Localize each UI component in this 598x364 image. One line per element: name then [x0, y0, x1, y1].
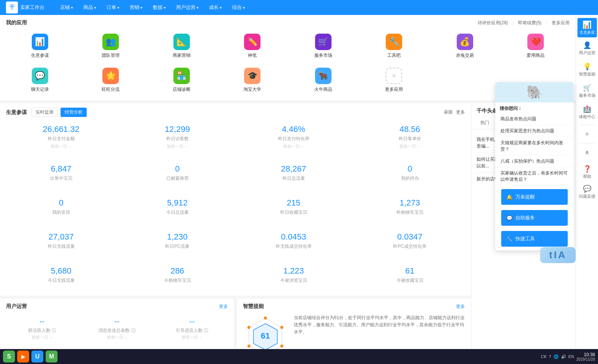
nav-item-综合[interactable]: 综合▾ — [228, 3, 249, 12]
brand-logo-text: 千 — [9, 4, 15, 11]
more-btn[interactable]: 更多 — [456, 109, 465, 115]
apps-link-0[interactable]: 待评价应用(28) — [478, 20, 508, 26]
app-item-赤兔交易[interactable]: 💰赤兔交易 — [431, 31, 499, 62]
nav-items: 店铺▾商品▾订单▾营销▾数据▾用户运营▾成长▾综合▾ — [56, 3, 249, 12]
app-icon: 🐂 — [315, 68, 332, 84]
nav-item-成长[interactable]: 成长▾ — [204, 3, 226, 12]
user-stat-compare: 较前一日 -- — [159, 334, 225, 340]
business-tabs: 实时监测经营分析 — [31, 108, 87, 117]
sidebar-feedback[interactable]: 💬 问题反馈 — [577, 182, 597, 201]
app-item-团队管理[interactable]: 👥团队管理 — [77, 31, 145, 62]
nav-item-订单[interactable]: 订单▾ — [102, 3, 124, 12]
app-item-店铺诊断[interactable]: 🏪店铺诊断 — [148, 65, 216, 96]
ai-btn-label: 万条提醒 — [515, 194, 535, 200]
ai-popup-item-1[interactable]: 处理买家恶意行为热点问题 — [495, 125, 574, 137]
app-item-服务市场[interactable]: 🛒服务市场 — [289, 31, 357, 62]
app-item-商家营销[interactable]: 📐商家营销 — [148, 31, 216, 62]
ai-btn-万条提醒[interactable]: 🔔万条提醒 — [501, 189, 568, 205]
taskbar-sys-help: ? — [549, 354, 551, 359]
sidebar-collapse-btn[interactable]: ∧ — [577, 146, 597, 159]
stat-value: 286 — [125, 266, 229, 276]
nav-label: 店铺 — [60, 4, 70, 11]
ai-popup-item-4[interactable]: 买家确认收货之后，有多长时间可以申请售后？ — [495, 167, 574, 185]
svg-point-3 — [280, 326, 283, 329]
sidebar-item-user-ops[interactable]: 👤 用户运营 — [577, 38, 597, 59]
svg-text:61: 61 — [261, 331, 270, 340]
sidebar-item-smart[interactable]: 💡 智慧提能 — [577, 59, 597, 80]
stat-item-19: 61 今被收藏宝贝 — [355, 262, 465, 290]
qn-title: 千牛头条 — [477, 108, 497, 114]
brand: 千 卖家工作台 — [6, 1, 44, 13]
sidebar-health-icon: 🏥 — [583, 105, 591, 113]
user-ops-title: 用户运营 — [6, 303, 27, 310]
ai-btn-快捷工具[interactable]: 🔧快捷工具 — [501, 231, 568, 247]
sidebar-main-item[interactable]: 📊 生意参谋 — [577, 18, 597, 37]
stat-item-2: 4.46% 昨日支付转化率 较前一日 -- — [238, 120, 349, 154]
ai-popup-item-3[interactable]: 八戒（实拍保护）热点问题 — [495, 155, 574, 167]
taskbar-icon-s[interactable]: S — [3, 351, 15, 363]
app-item-聊天记录[interactable]: 💬聊天记录 — [6, 65, 74, 96]
taskbar: S ▶ U M CK ? 🌐 🔊 EN 10:38 2019/11/20 — [0, 349, 598, 364]
smart-chart: 61 — [243, 314, 288, 349]
sidebar-health-label: 体检中心 — [579, 114, 595, 120]
apps-title: 我的应用 — [6, 19, 27, 26]
app-item-旺旺分流[interactable]: 🌟旺旺分流 — [77, 65, 145, 96]
business-title: 生意参谋 — [6, 109, 27, 116]
nav-item-店铺[interactable]: 店铺▾ — [56, 3, 77, 12]
user-ops-more[interactable]: 更多 — [219, 303, 228, 310]
nav-arrow-icon: ▾ — [243, 6, 245, 10]
app-item-工具吧[interactable]: 🔧工具吧 — [360, 31, 428, 62]
app-name: 店铺诊断 — [173, 86, 191, 93]
app-name: 火牛商品 — [314, 86, 332, 93]
sidebar-plus-btn[interactable]: + — [577, 127, 597, 141]
app-item-火牛商品[interactable]: 🐂火牛商品 — [289, 65, 357, 96]
svg-point-7 — [247, 326, 250, 329]
ai-btn-自助服务[interactable]: 💬自助服务 — [501, 210, 568, 226]
nav-item-用户运营[interactable]: 用户运营▾ — [172, 3, 203, 12]
app-item-更多应用[interactable]: +更多应用 — [360, 65, 428, 96]
taskbar-icon-u[interactable]: U — [31, 351, 43, 363]
ai-popup-mascot-area: 🐘 — [495, 82, 574, 102]
sidebar-help[interactable]: ❓ 帮助 — [577, 163, 597, 182]
app-item-爱用商品[interactable]: ❤️爱用商品 — [502, 31, 570, 62]
stat-label: 昨日客单价 — [358, 136, 462, 142]
tab-实时监测[interactable]: 实时监测 — [31, 108, 58, 117]
refresh-btn[interactable]: 刷新 — [444, 109, 453, 115]
apps-link-2[interactable]: 更多应用 — [552, 20, 570, 26]
nav-label: 商品 — [83, 4, 93, 11]
apps-link-1[interactable]: 即将续费(5) — [518, 20, 542, 26]
stats-grid: 26,661.32 昨日支付金额 较前一日 -- 12,299 昨日访客数 较前… — [0, 120, 471, 296]
smart-more[interactable]: 更多 — [456, 303, 465, 310]
nav-item-营销[interactable]: 营销▾ — [125, 3, 147, 12]
nav-item-数据[interactable]: 数据▾ — [148, 3, 170, 12]
nav-arrow-icon: ▾ — [141, 6, 142, 10]
stat-item-17: 286 今购物车宝贝 — [122, 262, 232, 290]
app-add-icon: + — [386, 68, 402, 84]
apps-section: 我的应用 待评价应用(28)|即将续费(5)|更多应用 📊生意参谋👥团队管理📐商… — [0, 15, 576, 100]
qn-tab-热门[interactable]: 热门 — [477, 117, 493, 129]
smart-title: 智慧提能 — [243, 303, 264, 310]
ai-popup-question-title: 猜你想问： — [495, 102, 574, 113]
taskbar-icon-m[interactable]: M — [46, 351, 58, 363]
stat-label: 今日无线流量 — [9, 277, 113, 284]
apps-links: 待评价应用(28)|即将续费(5)|更多应用 — [478, 20, 570, 26]
stat-item-11: 1,273 昨购物车宝贝 — [355, 194, 465, 222]
app-icon: 🔧 — [386, 34, 402, 50]
stat-item-5: 0 已橱窗推荐 — [122, 160, 232, 188]
sidebar-item-market[interactable]: 🛒 服务市场 — [577, 81, 597, 101]
app-item-生意参谋[interactable]: 📊生意参谋 — [6, 31, 74, 62]
ai-popup-item-0[interactable]: 商品发布热点问题 — [495, 113, 574, 125]
sidebar-market-label: 服务市场 — [579, 93, 595, 98]
sidebar-item-health[interactable]: 🏥 体检中心 — [577, 102, 597, 123]
nav-item-商品[interactable]: 商品▾ — [79, 3, 101, 12]
nav-arrow-icon: ▾ — [117, 6, 119, 10]
stat-compare: 较前一日 -- — [125, 144, 229, 149]
ai-popup-item-2[interactable]: 天猫规定商家要在多长时间内发货？ — [495, 137, 574, 155]
nav-label: 用户运营 — [176, 4, 195, 11]
taskbar-icon-play[interactable]: ▶ — [17, 351, 29, 363]
stat-item-18: 1,223 今被浏览宝贝 — [238, 262, 349, 290]
tab-经营分析[interactable]: 经营分析 — [61, 108, 87, 117]
user-stat-value: -- — [84, 317, 150, 326]
app-item-神笔[interactable]: ✏️神笔 — [219, 31, 287, 62]
app-item-淘宝大学[interactable]: 🎓淘宝大学 — [219, 65, 287, 96]
